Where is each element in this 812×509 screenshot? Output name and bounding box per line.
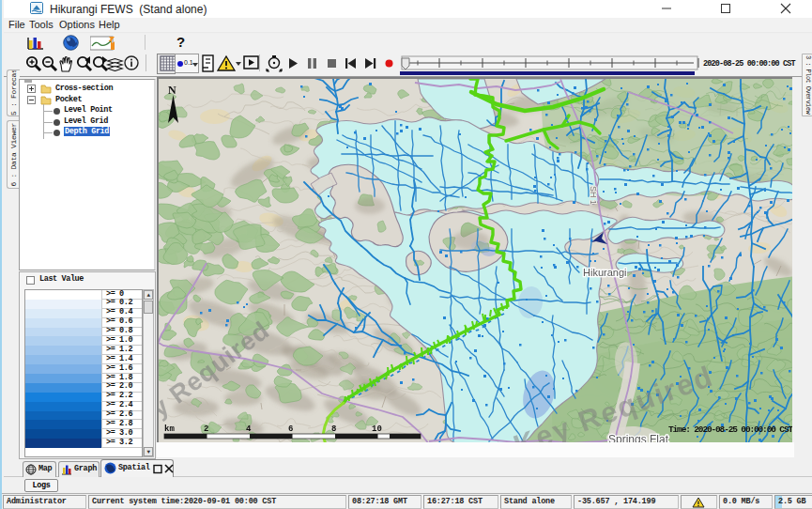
svg-text:2: 2: [204, 424, 208, 434]
svg-text:Springs Flat: Springs Flat: [608, 433, 669, 442]
svg-text:Hikurangi: Hikurangi: [583, 267, 626, 278]
svg-text:km: km: [164, 424, 175, 434]
svg-text:6: 6: [288, 424, 293, 434]
svg-text:8: 8: [331, 424, 336, 434]
svg-text:4: 4: [246, 424, 252, 434]
svg-text:N: N: [168, 84, 176, 97]
svg-text:Time: 2020-08-25 00:00:00 CST: Time: 2020-08-25 00:00:00 CST: [668, 424, 792, 435]
svg-text:10: 10: [372, 424, 382, 434]
svg-text:SH 1: SH 1: [589, 186, 598, 205]
